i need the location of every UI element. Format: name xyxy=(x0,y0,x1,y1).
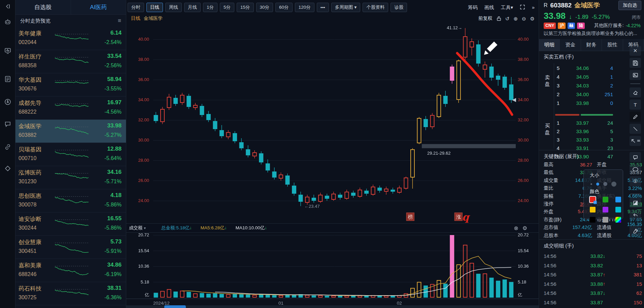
robot-icon[interactable] xyxy=(3,17,12,26)
watchlist-tab[interactable]: AI医药 xyxy=(71,0,126,14)
period-button[interactable]: 月线 xyxy=(184,3,201,12)
lock-icon[interactable] xyxy=(497,16,501,22)
collapse-icon[interactable] xyxy=(3,2,12,11)
arrow-icon[interactable] xyxy=(630,136,641,146)
tools-menu[interactable]: 工具▾ xyxy=(501,4,513,11)
sell-level-row[interactable]: 2 34.00 251 xyxy=(554,90,613,99)
sell-level-row[interactable]: 4 34.05 1 xyxy=(554,73,613,81)
pen-color-swatch[interactable] xyxy=(590,197,596,202)
watchlist-tab[interactable]: 自选股 xyxy=(15,0,71,14)
quote-prefix: R xyxy=(544,2,548,8)
pen-size-option[interactable] xyxy=(603,182,607,186)
stock-list-item[interactable]: 祥生医疗 688358 33.54 -2.56% xyxy=(15,50,126,73)
zoom-in-icon[interactable]: ⊕ xyxy=(513,16,518,21)
number-icon[interactable]: ① xyxy=(630,176,641,186)
save-icon[interactable] xyxy=(630,58,641,68)
bottom-active-tab[interactable] xyxy=(164,305,186,308)
draw-tool[interactable]: 画线 xyxy=(484,4,494,11)
pen-color-swatch[interactable] xyxy=(603,197,608,202)
pen-color-swatch[interactable] xyxy=(603,217,608,223)
period-button[interactable]: 多周期图 ▾ xyxy=(331,3,361,12)
chips-tool[interactable]: 筹码 xyxy=(468,4,478,11)
detail-tab[interactable]: 资金 xyxy=(560,39,581,51)
eraser-icon[interactable] xyxy=(630,87,641,98)
image-icon[interactable] xyxy=(630,70,641,80)
pencil-icon[interactable] xyxy=(630,112,641,122)
buy-level-row[interactable]: 4 33.91 23 xyxy=(554,144,613,152)
period-button[interactable]: 15分 xyxy=(237,3,254,12)
callout-icon[interactable] xyxy=(630,152,641,162)
period-button[interactable]: 5分 xyxy=(220,3,234,12)
stock-list-item[interactable]: 药石科技 300725 38.31 -6.36% xyxy=(15,282,126,305)
stock-list-item[interactable]: 贝瑞基因 000710 12.88 -5.64% xyxy=(15,143,126,166)
stock-list-item[interactable]: 泓博医药 301230 34.16 -5.71% xyxy=(15,166,126,189)
stock-list-item[interactable]: 华大基因 300676 58.94 -3.55% xyxy=(15,73,126,97)
sell-level-row[interactable]: 1 33.98 0 xyxy=(554,99,613,107)
stock-list-item[interactable]: 迪安诊断 300244 16.55 -5.86% xyxy=(15,213,126,236)
tag-icon[interactable] xyxy=(3,164,12,173)
detail-tab[interactable]: 明细 xyxy=(539,39,560,51)
stock-list-item[interactable]: 创业慧康 300451 5.73 -5.91% xyxy=(15,236,126,259)
collapse-panel-icon[interactable]: » xyxy=(532,5,535,10)
monitor-icon[interactable] xyxy=(3,46,12,55)
period-button[interactable]: 日线 xyxy=(146,3,163,12)
undo-icon[interactable]: ↺ xyxy=(505,16,510,21)
link-icon[interactable] xyxy=(3,143,12,151)
key-data-title[interactable]: 关键数据 (展开) xyxy=(544,153,579,160)
pen-color-swatch[interactable] xyxy=(615,197,621,202)
volume-indicator-label[interactable]: 成交额 xyxy=(129,225,143,231)
buy-side-label: 买盘 xyxy=(542,122,552,136)
stock-list-item[interactable]: 美年健康 002044 6.14 -2.54% xyxy=(15,27,126,50)
pen-size-option-selected[interactable] xyxy=(596,183,599,186)
detail-tab[interactable]: 财务 xyxy=(581,39,602,51)
volume-settings-icon[interactable]: ⚙ xyxy=(522,225,527,231)
compass-icon[interactable] xyxy=(3,98,12,106)
chevron-down-icon[interactable]: ▾ xyxy=(144,226,146,230)
detail-tab[interactable]: 股性 xyxy=(602,39,623,51)
buy-level-row[interactable]: 2 33.96 5 xyxy=(554,127,613,136)
close-volume-icon[interactable]: ⊗ xyxy=(514,225,518,231)
period-button[interactable]: 诊股 xyxy=(391,3,407,12)
period-button[interactable]: 周线 xyxy=(165,3,182,12)
pen-size-option[interactable] xyxy=(590,183,592,185)
industry-label[interactable]: 其他医疗服务: xyxy=(594,23,624,29)
news-icon[interactable] xyxy=(3,75,12,83)
buy-level-row[interactable]: 3 33.93 3 xyxy=(554,136,613,144)
line-icon[interactable] xyxy=(630,124,641,134)
pen-color-swatch[interactable] xyxy=(590,207,596,213)
chart-settings-icon[interactable]: ⚙ xyxy=(530,16,535,21)
period-button[interactable]: 分时 xyxy=(128,3,144,12)
adjust-mode-label[interactable]: 前复权 xyxy=(478,15,493,22)
buy-level-row[interactable]: 1 33.97 24 xyxy=(554,119,613,127)
contrast-icon[interactable] xyxy=(630,198,641,208)
sell-level-row[interactable]: 3 34.03 2 xyxy=(554,81,613,90)
brush-icon[interactable] xyxy=(630,226,641,236)
stock-list-item[interactable]: 思创医惠 300078 4.18 -5.86% xyxy=(15,189,126,213)
pen-color-swatch[interactable] xyxy=(615,207,621,213)
stock-list-item[interactable]: 成都先导 688222 16.97 -4.56% xyxy=(15,97,126,120)
fullscreen-icon[interactable] xyxy=(520,4,525,11)
candlestick-chart[interactable] xyxy=(126,22,539,305)
text-icon[interactable]: T xyxy=(630,100,641,110)
close-icon[interactable]: ✕ xyxy=(630,46,641,56)
add-to-watchlist-button[interactable]: 加自选 xyxy=(618,1,641,10)
pen-color-swatch[interactable] xyxy=(603,207,608,213)
list-menu-icon[interactable]: ≡ xyxy=(118,17,121,24)
period-button[interactable]: 1分 xyxy=(203,3,217,12)
period-button[interactable]: 30分 xyxy=(256,3,273,12)
ellipse-icon[interactable] xyxy=(630,164,641,174)
zoom-out-icon[interactable]: ⊖ xyxy=(522,16,526,21)
pen-color-swatch[interactable] xyxy=(590,217,596,223)
pen-color-swatch[interactable] xyxy=(615,217,621,223)
stock-list-item[interactable]: 卫宁健康 300253 11.03 xyxy=(15,305,126,308)
period-button[interactable]: 60分 xyxy=(275,3,293,12)
period-button[interactable]: 个股资料 xyxy=(363,3,388,12)
undo-curve-icon[interactable] xyxy=(630,210,641,220)
stock-list-item[interactable]: 金域医学 603882 33.98 -5.27% xyxy=(15,120,126,143)
period-button[interactable]: ••• xyxy=(317,3,329,12)
chat-icon[interactable] xyxy=(3,120,12,128)
pen-size-option[interactable] xyxy=(611,182,616,187)
stock-list-item[interactable]: 嘉和美康 688246 34.86 -6.19% xyxy=(15,259,126,282)
period-button[interactable]: 120分 xyxy=(295,3,314,12)
sell-level-row[interactable]: 5 34.06 4 xyxy=(554,64,613,72)
